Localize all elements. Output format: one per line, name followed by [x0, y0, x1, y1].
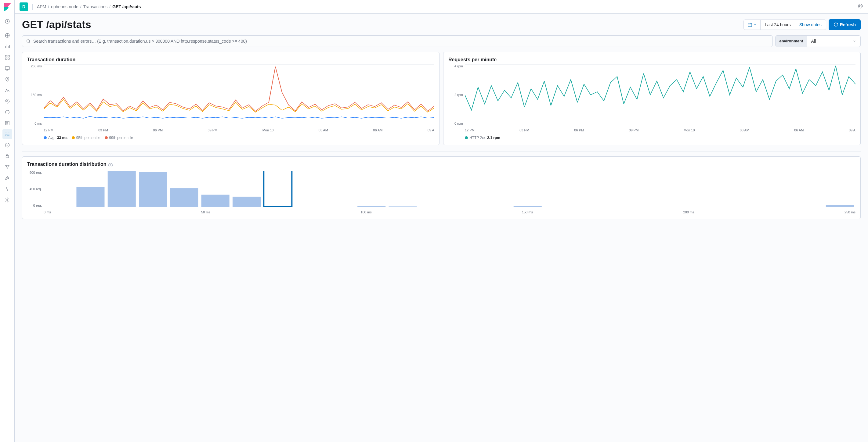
refresh-button[interactable]: Refresh: [829, 19, 861, 30]
nav-logs-icon[interactable]: [2, 107, 12, 117]
svg-point-17: [858, 4, 863, 8]
nav-dev-tools-icon[interactable]: [2, 173, 12, 183]
duration-distribution-panel: Transactions duration distribution ? 900…: [22, 157, 861, 219]
chevron-down-icon: [852, 39, 856, 43]
requests-per-minute-panel: Requests per minute 4 rpm2 rpm0 rpm 12 P…: [443, 52, 861, 145]
svg-rect-33: [326, 207, 354, 207]
environment-label: environment: [776, 36, 807, 47]
legend-avg[interactable]: Avg. 33 ms: [44, 136, 67, 140]
svg-rect-34: [358, 206, 385, 207]
panel-title: Transaction duration: [27, 57, 434, 63]
search-box[interactable]: [22, 35, 773, 47]
search-icon: [26, 39, 31, 43]
breadcrumb-sep: /: [80, 4, 82, 9]
nav-security-icon[interactable]: [2, 151, 12, 161]
nav-recent-icon[interactable]: [2, 16, 12, 26]
content: GET /api/stats Last 24 hours Show dates …: [14, 14, 868, 442]
page-title: GET /api/stats: [22, 19, 743, 31]
transaction-duration-panel: Transaction duration 260 ms130 ms0 ms 12…: [22, 52, 439, 145]
nav-graph-icon[interactable]: [2, 162, 12, 172]
nav-infrastructure-icon[interactable]: [2, 96, 12, 106]
svg-point-7: [7, 78, 8, 79]
kibana-logo[interactable]: [2, 2, 12, 12]
nav-discover-icon[interactable]: [2, 31, 12, 40]
nav-maps-icon[interactable]: [2, 74, 12, 84]
svg-rect-40: [545, 207, 573, 207]
nav-canvas-icon[interactable]: [2, 63, 12, 73]
svg-rect-31: [264, 206, 292, 207]
date-picker[interactable]: Last 24 hours Show dates: [743, 20, 826, 30]
date-range-text: Last 24 hours: [761, 20, 795, 30]
panel-title: Transactions duration distribution: [27, 162, 106, 167]
environment-filter[interactable]: environment All: [775, 35, 861, 47]
svg-point-8: [6, 101, 8, 102]
info-icon[interactable]: ?: [108, 163, 113, 167]
nav-dashboard-icon[interactable]: [2, 53, 12, 62]
nav-siem-icon[interactable]: [2, 118, 12, 128]
svg-rect-24: [76, 187, 104, 207]
help-icon[interactable]: [858, 3, 863, 10]
nav-uptime-icon[interactable]: [2, 140, 12, 150]
svg-rect-4: [5, 58, 7, 60]
breadcrumb-service[interactable]: opbeans-node: [51, 4, 79, 9]
svg-rect-37: [451, 207, 479, 207]
svg-rect-12: [6, 156, 8, 158]
breadcrumb-sep: /: [109, 4, 111, 9]
breadcrumb-sep: /: [48, 4, 49, 9]
nav-monitoring-icon[interactable]: [2, 184, 12, 194]
breadcrumb-transactions[interactable]: Transactions: [83, 4, 108, 9]
svg-rect-6: [5, 67, 9, 69]
svg-rect-19: [748, 23, 752, 27]
nav-visualize-icon[interactable]: [2, 41, 12, 51]
panel-title: Requests per minute: [448, 57, 856, 63]
svg-rect-26: [139, 172, 167, 207]
svg-rect-25: [108, 171, 136, 207]
breadcrumb: APM / opbeans-node / Transactions / GET …: [37, 4, 141, 9]
breadcrumb-apm[interactable]: APM: [37, 4, 46, 9]
svg-rect-5: [8, 58, 9, 60]
svg-point-15: [7, 168, 8, 169]
search-input[interactable]: [33, 39, 769, 43]
svg-rect-41: [576, 207, 604, 207]
svg-rect-49: [826, 205, 854, 207]
svg-point-9: [5, 99, 9, 103]
svg-point-18: [860, 5, 861, 7]
nav-management-icon[interactable]: [2, 195, 12, 205]
legend-p95[interactable]: 95th percentile: [72, 136, 100, 140]
legend-http2xx[interactable]: HTTP 2xx 2.1 rpm: [465, 136, 500, 140]
refresh-label: Refresh: [840, 22, 856, 27]
svg-point-20: [27, 40, 30, 42]
main-area: D APM / opbeans-node / Transactions / GE…: [14, 0, 868, 442]
show-dates-link[interactable]: Show dates: [795, 20, 826, 30]
svg-rect-27: [170, 188, 198, 207]
svg-rect-28: [202, 195, 229, 207]
svg-rect-2: [5, 55, 7, 57]
svg-rect-36: [420, 207, 448, 207]
svg-point-16: [6, 199, 8, 201]
nav-ml-icon[interactable]: [2, 86, 12, 95]
svg-rect-29: [232, 197, 261, 207]
calendar-icon[interactable]: [744, 20, 761, 30]
legend-p99[interactable]: 99th percentile: [105, 136, 133, 140]
environment-value: All: [811, 39, 816, 43]
app-sidebar: [0, 0, 14, 442]
svg-rect-32: [295, 207, 323, 207]
nav-apm-icon[interactable]: [2, 129, 12, 139]
svg-rect-30: [264, 171, 292, 207]
topbar: D APM / opbeans-node / Transactions / GE…: [14, 0, 868, 14]
environment-select[interactable]: All: [807, 36, 860, 47]
breadcrumb-current: GET /api/stats: [112, 4, 141, 9]
space-selector[interactable]: D: [20, 2, 28, 11]
svg-rect-3: [8, 55, 9, 57]
svg-rect-39: [514, 206, 542, 207]
svg-rect-35: [389, 206, 417, 207]
